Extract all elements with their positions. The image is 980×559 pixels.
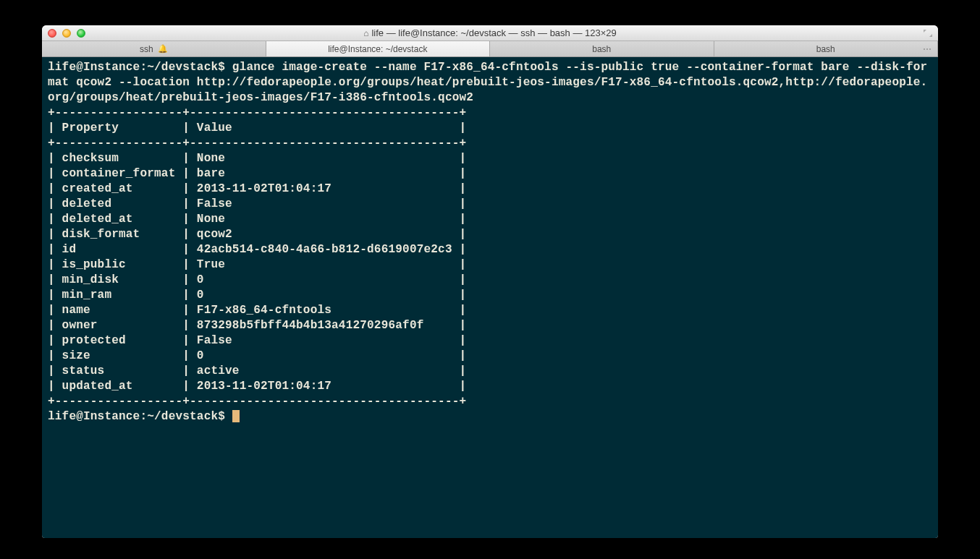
tab-label: ssh xyxy=(140,44,153,54)
minimize-icon[interactable] xyxy=(62,29,71,38)
window-title-text: life — life@Instance: ~/devstack — ssh —… xyxy=(371,27,616,38)
prompt-line: life@Instance:~/devstack$ xyxy=(48,409,932,424)
tab-bash-2[interactable]: bash ⋯ xyxy=(714,41,939,56)
titlebar[interactable]: ⌂ life — life@Instance: ~/devstack — ssh… xyxy=(42,25,938,41)
cursor-icon xyxy=(232,410,240,422)
bell-icon: 🔔 xyxy=(158,44,168,54)
maximize-icon[interactable] xyxy=(77,29,85,38)
ellipsis-icon: ⋯ xyxy=(923,44,932,54)
window-title: ⌂ life — life@Instance: ~/devstack — ssh… xyxy=(42,27,938,38)
tab-label: bash xyxy=(816,44,835,54)
terminal-body[interactable]: life@Instance:~/devstack$ glance image-c… xyxy=(42,57,938,538)
home-icon: ⌂ xyxy=(363,28,368,38)
terminal-window: ⌂ life — life@Instance: ~/devstack — ssh… xyxy=(42,25,938,538)
close-icon[interactable] xyxy=(48,29,56,38)
tabbar: ssh 🔔 life@Instance: ~/devstack bash bas… xyxy=(42,41,938,57)
tab-label: life@Instance: ~/devstack xyxy=(328,44,427,54)
tab-devstack[interactable]: life@Instance: ~/devstack xyxy=(266,41,491,56)
traffic-lights xyxy=(48,29,85,38)
tab-bash-1[interactable]: bash xyxy=(490,41,714,56)
tab-label: bash xyxy=(592,44,611,54)
command-line: life@Instance:~/devstack$ glance image-c… xyxy=(48,60,932,106)
fullscreen-icon[interactable] xyxy=(924,30,932,37)
tab-ssh[interactable]: ssh 🔔 xyxy=(42,41,266,56)
output-table: +------------------+--------------------… xyxy=(48,106,932,409)
prompt: life@Instance:~/devstack$ xyxy=(48,410,232,423)
prompt: life@Instance:~/devstack$ xyxy=(48,61,232,74)
